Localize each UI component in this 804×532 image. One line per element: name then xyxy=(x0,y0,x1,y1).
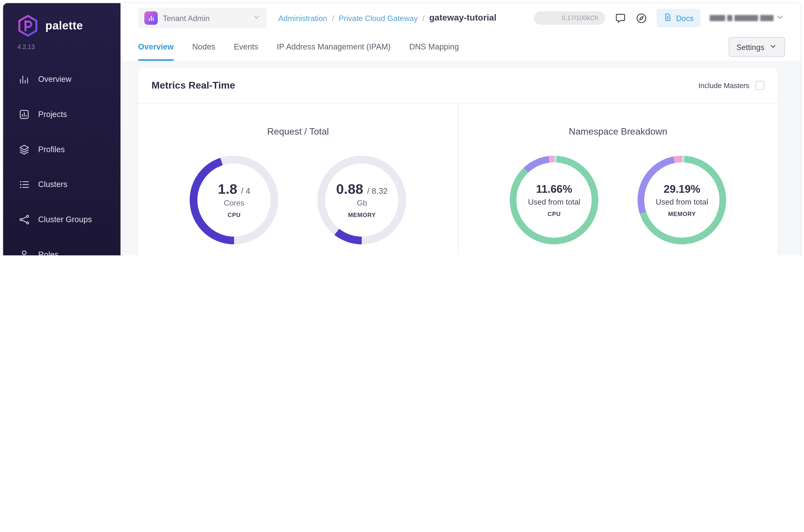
chevron-down-icon xyxy=(253,13,261,23)
top-right-actions: 0.17/100kCh Docs xyxy=(534,9,785,27)
charts-area: Request / Total 1.8 / 4 Cores CPU xyxy=(138,104,778,255)
chevron-down-icon xyxy=(776,13,784,23)
sidebar-item-cluster-groups[interactable]: Cluster Groups xyxy=(3,205,120,234)
top-bar: Tenant Admin Administration / Private Cl… xyxy=(120,3,801,33)
cluster-groups-icon xyxy=(19,214,30,225)
tab-nodes[interactable]: Nodes xyxy=(192,33,215,61)
request-total-section: Request / Total 1.8 / 4 Cores CPU xyxy=(138,104,458,255)
sidebar-item-profiles[interactable]: Profiles xyxy=(3,135,120,164)
request-total-title: Request / Total xyxy=(138,126,458,137)
tab-bar: Overview Nodes Events IP Address Managem… xyxy=(120,33,801,61)
breadcrumb-separator: / xyxy=(332,14,334,22)
cpu-request-gauge: 1.8 / 4 Cores CPU xyxy=(190,156,278,244)
compass-icon[interactable] xyxy=(635,12,647,24)
breadcrumb-separator: / xyxy=(423,14,425,22)
version-label: 4.2.13 xyxy=(3,38,120,51)
chat-icon[interactable] xyxy=(614,12,626,24)
roles-icon xyxy=(19,249,30,255)
sidebar-item-label: Profiles xyxy=(38,145,65,154)
tab-overview[interactable]: Overview xyxy=(138,33,174,61)
redacted-user-text xyxy=(727,15,732,21)
redacted-user-text xyxy=(734,15,758,21)
page-content: Metrics Real-Time Include Masters Reques… xyxy=(120,61,801,255)
main-area: Tenant Admin Administration / Private Cl… xyxy=(120,3,801,255)
include-masters-label: Include Masters xyxy=(698,81,749,89)
sidebar-item-label: Overview xyxy=(38,75,72,84)
palette-logo-icon xyxy=(17,14,39,37)
namespace-memory-donut: 29.19% Used from total MEMORY xyxy=(638,156,726,244)
sidebar-menu: Overview Projects Profiles Clusters xyxy=(3,65,120,255)
redacted-user-text xyxy=(760,15,773,21)
sidebar-item-label: Projects xyxy=(38,110,67,119)
metrics-title: Metrics Real-Time xyxy=(151,80,235,91)
include-masters-control: Include Masters xyxy=(698,81,764,90)
namespace-cpu-donut: 11.66% Used from total CPU xyxy=(510,156,598,244)
sidebar-item-overview[interactable]: Overview xyxy=(3,65,120,94)
usage-meter: 0.17/100kCh xyxy=(534,12,605,25)
brand: palette xyxy=(3,3,120,38)
sidebar-item-label: Roles xyxy=(38,250,59,255)
tab-ipam[interactable]: IP Address Management (IPAM) xyxy=(277,33,390,61)
clusters-icon xyxy=(19,179,30,190)
docs-button[interactable]: Docs xyxy=(656,9,700,27)
app-window: palette 4.2.13 Overview Projects Profil xyxy=(2,2,801,255)
namespace-breakdown-section: Namespace Breakdown 11.66% Used from tot… xyxy=(458,104,778,255)
breadcrumb-private-cloud-gateway[interactable]: Private Cloud Gateway xyxy=(339,14,418,22)
sidebar-item-projects[interactable]: Projects xyxy=(3,100,120,129)
metrics-card: Metrics Real-Time Include Masters Reques… xyxy=(138,68,778,255)
user-menu[interactable] xyxy=(710,13,785,23)
chevron-down-icon xyxy=(769,42,777,52)
redacted-user-text xyxy=(710,15,725,21)
tabs: Overview Nodes Events IP Address Managem… xyxy=(138,33,459,61)
memory-request-gauge: 0.88 / 8.32 Gb MEMORY xyxy=(318,156,406,244)
app-root: palette 4.2.13 Overview Projects Profil xyxy=(0,0,804,255)
profiles-icon xyxy=(19,144,30,155)
breadcrumb-administration[interactable]: Administration xyxy=(278,14,327,22)
sidebar-item-label: Cluster Groups xyxy=(38,215,92,224)
include-masters-checkbox[interactable] xyxy=(755,81,764,90)
tenant-admin-icon xyxy=(144,12,158,25)
namespace-breakdown-title: Namespace Breakdown xyxy=(458,126,778,137)
scope-label: Tenant Admin xyxy=(163,14,247,22)
project-scope-selector[interactable]: Tenant Admin xyxy=(138,8,267,28)
sidebar: palette 4.2.13 Overview Projects Profil xyxy=(3,3,120,255)
tab-dns-mapping[interactable]: DNS Mapping xyxy=(409,33,459,61)
sidebar-item-clusters[interactable]: Clusters xyxy=(3,170,120,199)
overview-icon xyxy=(19,74,30,85)
sidebar-item-roles[interactable]: Roles xyxy=(3,240,120,255)
docs-icon xyxy=(663,13,672,23)
metrics-card-header: Metrics Real-Time Include Masters xyxy=(138,68,778,104)
sidebar-item-label: Clusters xyxy=(38,180,67,189)
tab-events[interactable]: Events xyxy=(234,33,258,61)
projects-icon xyxy=(19,109,30,120)
brand-name: palette xyxy=(45,19,83,33)
breadcrumb-current: gateway-tutorial xyxy=(429,13,497,23)
settings-button[interactable]: Settings xyxy=(729,37,785,57)
breadcrumb: Administration / Private Cloud Gateway /… xyxy=(278,13,497,23)
